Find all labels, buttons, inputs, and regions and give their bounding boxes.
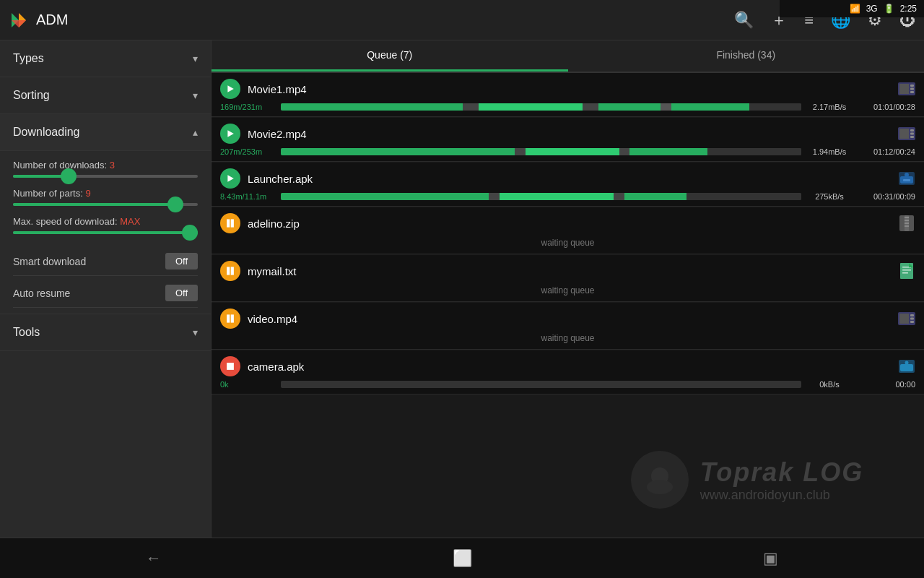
sidebar-item-tools[interactable]: Tools ▾ <box>0 314 211 351</box>
svg-rect-19 <box>903 179 910 181</box>
status-bar: 📶 3G 🔋 2:25 <box>780 0 924 17</box>
num-downloads-slider[interactable] <box>13 175 198 178</box>
recent-button[interactable]: ▣ <box>746 543 796 574</box>
svg-rect-29 <box>231 267 234 275</box>
app-title: ADM <box>36 12 734 28</box>
content-area: Queue (7) Finished (34) Movie1.mp4 <box>212 40 924 538</box>
time-text: 00:31/00:09 <box>858 192 915 201</box>
svg-rect-44 <box>900 364 913 371</box>
svg-rect-35 <box>227 314 230 322</box>
auto-resume-row: Auto resume Off <box>13 276 198 308</box>
svg-rect-26 <box>905 223 909 224</box>
stop-icon[interactable] <box>220 356 240 376</box>
svg-rect-14 <box>910 136 914 138</box>
video-thumb-icon <box>898 127 915 140</box>
time-text: 00:00 <box>858 380 915 389</box>
speed-text: 1.94mB/s <box>804 147 855 156</box>
svg-rect-28 <box>227 267 230 275</box>
svg-point-45 <box>905 361 909 365</box>
svg-rect-7 <box>910 88 914 90</box>
downloading-content: Number of downloads: 3 Number of parts: … <box>0 151 211 314</box>
svg-marker-9 <box>227 130 233 137</box>
progress-bar <box>281 381 801 388</box>
pause-icon[interactable] <box>220 309 240 329</box>
speed-text: 275kB/s <box>804 192 855 201</box>
speed-text: 2.17mB/s <box>804 103 855 111</box>
svg-rect-5 <box>899 84 909 94</box>
svg-rect-39 <box>910 314 914 316</box>
svg-rect-27 <box>905 225 909 227</box>
sidebar: Types ▾ Sorting ▾ Downloading ▴ Number o… <box>0 40 212 538</box>
svg-rect-21 <box>231 219 234 227</box>
chevron-up-icon: ▴ <box>193 126 198 138</box>
num-downloads-label: Number of downloads: <box>13 160 107 171</box>
sidebar-item-sorting[interactable]: Sorting ▾ <box>0 77 211 114</box>
smart-download-row: Smart download Off <box>13 244 198 276</box>
progress-bar <box>281 148 801 155</box>
time-text: 01:12/00:24 <box>858 147 915 156</box>
svg-marker-15 <box>227 175 233 182</box>
chevron-down-icon: ▾ <box>193 53 198 64</box>
slider-fill <box>13 231 198 234</box>
sidebar-item-types[interactable]: Types ▾ <box>0 40 211 77</box>
home-button[interactable]: ⬜ <box>435 543 489 574</box>
signal-icon: 📶 <box>850 4 860 14</box>
max-speed-label: Max. speed of download: <box>13 216 118 227</box>
video-thumb-icon <box>898 312 915 325</box>
svg-rect-12 <box>910 129 914 131</box>
play-icon[interactable] <box>220 79 240 99</box>
auto-resume-toggle[interactable]: Off <box>165 285 198 301</box>
progress-text: 0k <box>220 380 278 389</box>
num-parts-slider[interactable] <box>13 203 198 206</box>
svg-rect-41 <box>910 321 914 323</box>
play-icon[interactable] <box>220 124 240 144</box>
progress-text: 8.43m/11.1m <box>220 192 278 201</box>
waiting-text: waiting queue <box>220 332 915 345</box>
download-item: Movie2.mp4 207m/253m <box>212 118 924 162</box>
play-icon[interactable] <box>220 168 240 189</box>
download-item: adelino.zip waiting queue <box>212 207 924 254</box>
waiting-text: waiting queue <box>220 236 915 249</box>
app-thumb-icon <box>898 172 915 185</box>
svg-marker-3 <box>227 85 233 92</box>
progress-text: 169m/231m <box>220 103 278 111</box>
num-parts-label: Number of parts: <box>13 188 83 199</box>
waiting-text: waiting queue <box>220 284 915 297</box>
svg-rect-11 <box>899 129 909 139</box>
smart-download-label: Smart download <box>13 256 86 267</box>
svg-rect-40 <box>910 318 914 320</box>
text-thumb-icon <box>898 264 915 277</box>
smart-download-toggle[interactable]: Off <box>165 253 198 269</box>
max-speed-slider[interactable] <box>13 231 198 234</box>
speed-text: 0kB/s <box>804 380 855 389</box>
tab-finished[interactable]: Finished (34) <box>568 40 925 72</box>
svg-rect-30 <box>900 263 913 279</box>
tab-queue[interactable]: Queue (7) <box>212 40 568 72</box>
num-parts-option: Number of parts: 9 <box>13 188 198 206</box>
bottom-nav: ← ⬜ ▣ <box>0 538 924 578</box>
search-icon[interactable]: 🔍 <box>734 11 754 30</box>
svg-rect-38 <box>899 314 909 324</box>
time-text: 01:01/00:28 <box>858 103 915 111</box>
progress-bar <box>281 193 801 200</box>
back-button[interactable]: ← <box>128 543 179 574</box>
num-downloads-value: 3 <box>110 160 115 171</box>
pause-icon[interactable] <box>220 213 240 233</box>
sidebar-item-downloading[interactable]: Downloading ▴ <box>0 114 211 151</box>
num-parts-value: 9 <box>85 188 90 199</box>
slider-thumb[interactable] <box>182 225 198 241</box>
download-item: camera.apk 0k 0kB/s 00:0 <box>212 350 924 394</box>
slider-thumb[interactable] <box>167 197 183 212</box>
download-item: Movie1.mp4 169m/231m <box>212 73 924 117</box>
download-item: video.mp4 waiting queue <box>212 303 924 350</box>
svg-rect-32 <box>902 269 911 271</box>
svg-rect-36 <box>231 314 234 322</box>
main-layout: Types ▾ Sorting ▾ Downloading ▴ Number o… <box>0 40 924 538</box>
progress-text: 207m/253m <box>220 147 278 156</box>
pause-icon[interactable] <box>220 261 240 281</box>
svg-rect-25 <box>905 220 909 221</box>
progress-bar <box>281 103 801 111</box>
download-item: mymail.txt waiting queue <box>212 255 924 302</box>
time-display: 2:25 <box>900 4 917 14</box>
slider-thumb[interactable] <box>61 168 77 184</box>
